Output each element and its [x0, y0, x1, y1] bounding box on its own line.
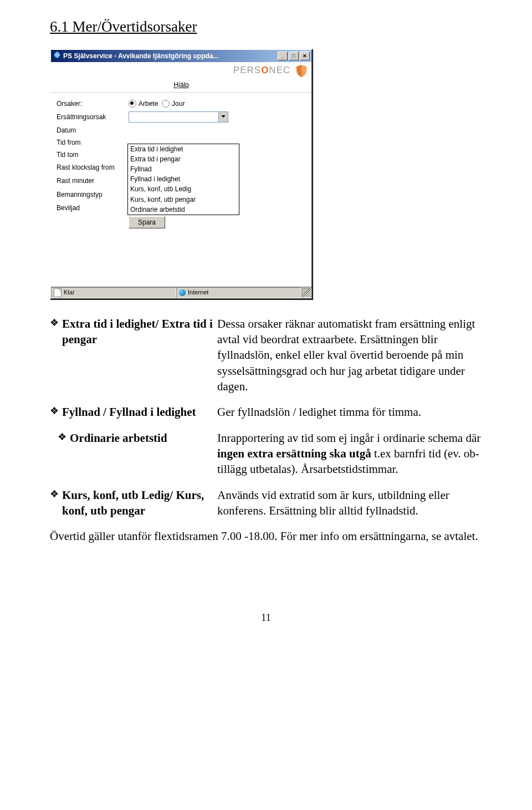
dropdown-option[interactable]: Fyllnad: [128, 164, 239, 174]
bullet-icon: ❖: [50, 430, 70, 477]
bullet-item: ❖ Kurs, konf, utb Ledig/ Kurs, konf, utb…: [50, 487, 482, 519]
dropdown-option[interactable]: Fyllnad i ledighet: [128, 174, 239, 184]
label-bemanningstyp: Bemanningstyp: [57, 190, 129, 199]
footer-paragraph: Övertid gäller utanför flextidsramen 7.0…: [50, 528, 482, 544]
bullet-icon: ❖: [50, 487, 62, 519]
bullet-item: ❖ Extra tid i ledighet/ Extra tid i peng…: [50, 316, 482, 395]
document-icon: [54, 288, 62, 297]
close-button[interactable]: ✕: [300, 52, 310, 60]
resize-grip-icon[interactable]: [301, 288, 311, 298]
select-ersattningsorsak[interactable]: [129, 111, 228, 123]
bullet-item: ❖ Fyllnad / Fyllnad i ledighet Ger fylln…: [50, 404, 482, 420]
radio-jour-label: Jour: [172, 99, 185, 108]
page-number: 11: [50, 611, 482, 624]
form-area: Orsaker: Arbete Jour Ersättningsorsak Da…: [51, 93, 311, 287]
label-rast-min: Rast minuter: [57, 176, 129, 185]
label-rast-from: Rast klockslag from: [57, 163, 129, 172]
bullet-desc-bold: ingen extra ersättning ska utgå: [217, 447, 371, 460]
brand-text-orange: O: [261, 65, 269, 76]
save-button[interactable]: Spara: [129, 216, 165, 228]
dropdown-icon[interactable]: [218, 112, 228, 122]
radio-arbete-label: Arbete: [139, 99, 158, 108]
status-bar: Klar Internet: [51, 287, 311, 298]
help-menu[interactable]: Hjälp: [173, 81, 188, 89]
dropdown-list: Extra tid i ledighet Extra tid i pengar …: [127, 144, 239, 215]
globe-icon: [179, 289, 186, 296]
label-datum: Datum: [57, 126, 129, 135]
bullet-icon: ❖: [50, 316, 62, 395]
brand-text-1: PERS: [233, 65, 261, 76]
brand-text-2: NEC: [269, 65, 290, 76]
label-ersattningsorsak: Ersättningsorsak: [57, 113, 129, 121]
dropdown-option[interactable]: Ordinarie arbetstid: [128, 205, 239, 215]
dropdown-option[interactable]: Kurs, konf, utb Ledig: [128, 184, 239, 194]
ie-icon: [53, 51, 63, 61]
bullet-term: Extra tid i ledighet/ Extra tid i pengar: [62, 316, 217, 395]
maximize-button[interactable]: □: [289, 52, 299, 60]
bullet-desc: Inrapportering av tid som ej ingår i ord…: [217, 430, 482, 477]
bullet-desc: Används vid extratid som är kurs, utbild…: [217, 487, 482, 519]
bullet-icon: ❖: [50, 404, 62, 420]
status-right: Internet: [176, 287, 301, 298]
dropdown-option[interactable]: Kurs, konf, utb pengar: [128, 195, 239, 205]
bullet-desc: Dessa orsaker räknar automatiskt fram er…: [217, 316, 482, 395]
bullet-item: ❖ Ordinarie arbetstid Inrapportering av …: [50, 430, 482, 477]
label-tid-tom: Tid tom: [57, 150, 129, 159]
shield-icon: [296, 64, 307, 78]
dialog-title: PS Självservice - Avvikande tjänstgöring…: [63, 52, 277, 60]
label-beviljad: Beviljad: [57, 203, 129, 212]
status-left: Klar: [51, 287, 176, 298]
label-tid-from: Tid from: [57, 138, 129, 147]
bullet-term: Ordinarie arbetstid: [70, 430, 217, 477]
radio-jour[interactable]: [162, 100, 170, 108]
bullet-desc-pre: Inrapportering av tid som ej ingår i ord…: [217, 431, 480, 445]
dialog-window: PS Självservice - Avvikande tjänstgöring…: [50, 49, 313, 299]
brand-row: PERSONEC: [51, 62, 311, 79]
radio-arbete[interactable]: [129, 100, 136, 108]
dialog-titlebar: PS Självservice - Avvikande tjänstgöring…: [51, 50, 311, 62]
status-left-text: Klar: [64, 288, 75, 297]
bullet-term: Fyllnad / Fyllnad i ledighet: [62, 404, 217, 420]
bullet-term: Kurs, konf, utb Ledig/ Kurs, konf, utb p…: [62, 487, 217, 519]
brand-logo: PERSONEC: [233, 64, 307, 78]
section-heading: 6.1 Mer/Övertidsorsaker: [50, 17, 482, 37]
minimize-button[interactable]: _: [278, 52, 288, 60]
dropdown-option[interactable]: Extra tid i pengar: [128, 154, 239, 164]
bullet-desc: Ger fyllnadslön / ledighet timma för tim…: [217, 404, 482, 420]
dropdown-option[interactable]: Extra tid i ledighet: [128, 144, 239, 154]
orsaker-label: Orsaker:: [57, 99, 129, 108]
definition-list: ❖ Extra tid i ledighet/ Extra tid i peng…: [50, 316, 482, 519]
menu-bar: Hjälp: [51, 79, 311, 92]
status-right-text: Internet: [188, 288, 208, 297]
